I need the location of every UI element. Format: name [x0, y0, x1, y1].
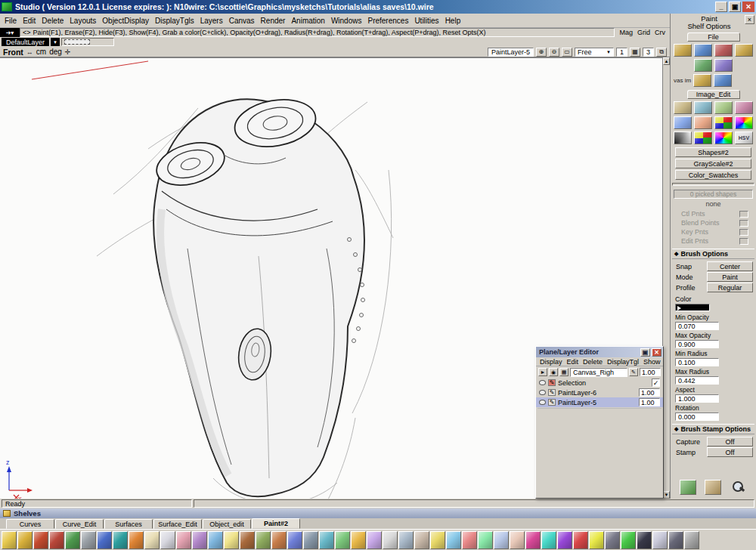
brush-numeric-input[interactable]: 0.900	[675, 340, 719, 348]
shelf-close-icon[interactable]: ×	[745, 15, 754, 24]
clone-icon[interactable]	[256, 531, 271, 549]
image-export-icon[interactable]	[714, 59, 733, 72]
plane-layer-editor-window[interactable]: Plane/Layer Editor ▣ ✕ DisplayEditDelete…	[535, 346, 664, 499]
rgb-channels-icon[interactable]	[694, 131, 712, 144]
canvas-new-icon[interactable]	[674, 44, 692, 57]
resize-canvas-icon[interactable]	[714, 101, 733, 114]
layout-toggle-icon[interactable]: ⧉	[656, 48, 667, 57]
dodge-icon[interactable]	[224, 531, 239, 549]
title-bar[interactable]: Studio ( Version 12.0.1 License expires:…	[0, 0, 756, 14]
brush-numeric-input[interactable]: 0.070	[675, 322, 719, 330]
menu-item[interactable]: Layers	[197, 15, 226, 26]
prompt-field[interactable]: <> Paint(F1), Erase(F2), Hide(F3), Show(…	[20, 28, 615, 37]
pan-arrows-icon[interactable]: ↔	[26, 48, 33, 56]
brush-numeric-input[interactable]: 0.000	[675, 412, 719, 421]
prompt-go-button[interactable]: ➔▾	[0, 28, 20, 37]
flip-h-icon[interactable]	[494, 531, 509, 549]
shelves-tab[interactable]: Paint#2	[252, 518, 300, 529]
prompt-toggle[interactable]: Crv	[655, 29, 665, 36]
shelf-tab-image-edit[interactable]: Image_Edit	[687, 90, 740, 99]
gradient-ramp-icon[interactable]	[674, 131, 692, 144]
move-layer-icon[interactable]	[446, 531, 461, 549]
green-marker-icon[interactable]	[65, 531, 80, 549]
menu-item[interactable]: DisplayTgls	[152, 15, 197, 26]
invert-colors-icon[interactable]	[714, 116, 733, 129]
menu-item[interactable]: Delete	[39, 15, 67, 26]
brush-option-value-button[interactable]: Paint	[707, 272, 753, 282]
layer-row[interactable]: ✎ Selection ✓	[536, 378, 663, 388]
perspective-canvas-icon[interactable]	[694, 116, 712, 129]
text-tool-icon[interactable]	[383, 531, 398, 549]
canvas-open-icon[interactable]	[694, 44, 712, 57]
shelves-tab[interactable]: Object_edit	[203, 519, 251, 529]
brush-option-value-button[interactable]: Regular	[707, 283, 753, 292]
rotate-canvas-icon[interactable]	[694, 101, 712, 114]
menu-item[interactable]: Layouts	[67, 15, 99, 26]
view-mode-combo[interactable]: Free▼	[575, 48, 614, 57]
paintbrush-mini-icon[interactable]: ✎	[629, 368, 638, 376]
plant-stamp-icon[interactable]	[680, 480, 696, 495]
menu-item[interactable]: Utilities	[411, 15, 442, 26]
view-name[interactable]: Front	[3, 48, 23, 57]
eraser-icon[interactable]	[176, 531, 191, 549]
rect-tool-icon[interactable]	[303, 531, 318, 549]
chalk-icon[interactable]	[160, 531, 175, 549]
hue-icon[interactable]	[621, 531, 636, 549]
canvas-as-image-icon[interactable]	[693, 74, 711, 87]
line-tool-icon[interactable]	[287, 531, 302, 549]
swatches-icon[interactable]	[541, 531, 556, 549]
blue-marker-icon[interactable]	[97, 531, 112, 549]
layer-opacity-field[interactable]: 1.00	[639, 398, 660, 406]
layer-opacity-field[interactable]: 1.00	[639, 388, 660, 397]
shelves-tab[interactable]: Curves	[6, 519, 54, 529]
stamp-option-value-button[interactable]: Off	[707, 447, 753, 457]
editor-menu-item[interactable]: Display	[540, 358, 562, 366]
magnifier-icon[interactable]	[730, 480, 747, 495]
canvas-save-as-icon[interactable]	[735, 44, 753, 57]
fill-tool-icon[interactable]	[351, 531, 366, 549]
hsv-icon[interactable]	[735, 131, 753, 144]
maximize-button[interactable]: ▣	[729, 2, 741, 12]
color-wheel-icon[interactable]	[735, 116, 753, 129]
select-lasso-icon[interactable]	[414, 531, 429, 549]
snapshot-icon[interactable]	[652, 531, 668, 549]
brush-numeric-input[interactable]: 0.100	[675, 358, 719, 366]
flip-canvas-icon[interactable]	[674, 101, 692, 114]
layer-row[interactable]: ✎ PaintLayer-5 1.00	[536, 397, 663, 407]
shelf-tab-button[interactable]: Color_Swatches	[675, 170, 751, 180]
menu-item[interactable]: ObjectDisplay	[99, 15, 152, 26]
paintbrush-icon[interactable]	[705, 480, 721, 495]
visibility-eye-icon[interactable]: ◉	[549, 368, 558, 376]
gradient-tool-icon[interactable]	[367, 531, 382, 549]
warp-canvas-icon[interactable]	[674, 116, 692, 129]
rgb-picker-icon[interactable]	[573, 531, 588, 549]
pencil-icon[interactable]	[2, 531, 17, 549]
zoom-in-icon[interactable]: ⊕	[536, 48, 547, 57]
move-crosshair-icon[interactable]: ✛	[65, 48, 71, 56]
brush-stamp-options-header[interactable]: ◆ Brush Stamp Options	[672, 424, 754, 434]
brush-options-header[interactable]: ◆ Brush Options	[672, 249, 754, 259]
color-wheel2-icon[interactable]	[714, 131, 733, 144]
menu-item[interactable]: Windows	[328, 15, 365, 26]
pick-pointer-icon[interactable]: ►	[538, 368, 547, 376]
pastel-icon[interactable]	[144, 531, 160, 549]
red-sketch-pencil-icon[interactable]	[33, 531, 48, 549]
menu-item[interactable]: Render	[258, 15, 289, 26]
grid-toggle-icon[interactable]: ▦	[630, 48, 640, 57]
editor-menu-item[interactable]: Edit	[567, 358, 579, 366]
canvas-name-field[interactable]: Canvas_Righ	[570, 368, 627, 377]
invert-icon[interactable]	[637, 531, 652, 549]
layer-visibility-icon[interactable]	[539, 400, 546, 405]
shelves-tab[interactable]: Surfaces	[104, 519, 153, 529]
canvas-save-icon[interactable]	[714, 44, 733, 57]
view-field-1[interactable]: 1	[616, 48, 627, 57]
zoom-out-icon[interactable]: ⊖	[549, 48, 559, 57]
menu-item[interactable]: Preferences	[364, 15, 411, 26]
shelves-tab[interactable]: Surface_Edit	[153, 519, 202, 529]
magnifier-tool-icon[interactable]	[684, 531, 699, 549]
layer-menu-arrow-icon[interactable]: ▾	[51, 38, 60, 46]
menu-item[interactable]: Animation	[288, 15, 327, 26]
layer-checkbox[interactable]: ✓	[652, 379, 660, 387]
gray-marker-icon[interactable]	[81, 531, 96, 549]
blur-icon[interactable]	[208, 531, 223, 549]
